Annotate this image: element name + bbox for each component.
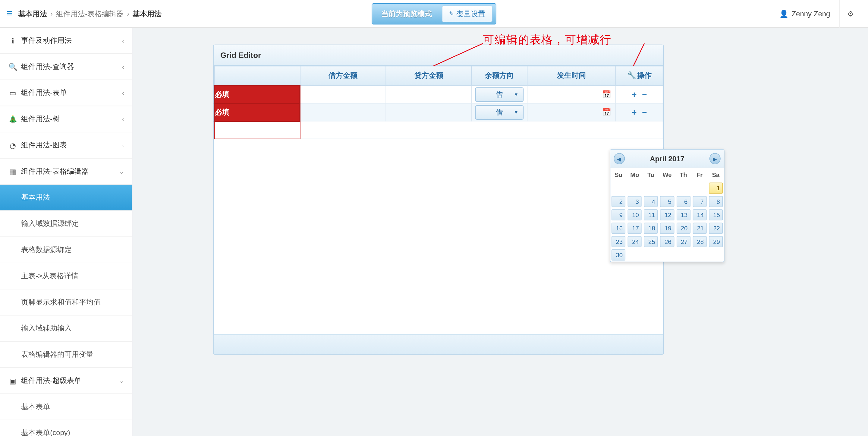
sidebar-item-tree[interactable]: 🎄 组件用法-树 ‹ xyxy=(0,107,132,133)
chevron-left-icon: ‹ xyxy=(122,37,124,44)
grid-icon: ▦ xyxy=(8,167,18,176)
datepicker-prev-button[interactable]: ◀ xyxy=(614,153,625,164)
chevron-left-icon: ‹ xyxy=(122,116,124,122)
datepicker-day[interactable]: 8 xyxy=(709,196,723,207)
sidebar-item-super-form[interactable]: ▣ 组件用法-超级表单 ⌄ xyxy=(0,368,132,394)
preview-mode-bar: 当前为预览模式 ✎ 变量设置 xyxy=(372,3,496,24)
datepicker-day[interactable]: 11 xyxy=(644,209,658,221)
sidebar: ℹ 事件及动作用法 ‹ 🔍 组件用法-查询器 ‹ ▭ 组件用法-表单 ‹ 🎄 组… xyxy=(0,28,132,436)
datepicker-day[interactable]: 16 xyxy=(612,223,625,234)
table-row: 必填 借 ▾ 📅 xyxy=(214,85,663,103)
datepicker-day[interactable]: 20 xyxy=(676,223,690,234)
chevron-left-icon: ‹ xyxy=(122,90,124,96)
sidebar-item-chart[interactable]: ◔ 组件用法-图表 ‹ xyxy=(0,133,132,158)
datepicker-day[interactable]: 27 xyxy=(676,236,690,247)
datepicker-day[interactable]: 12 xyxy=(660,209,674,221)
required-cell[interactable]: 必填 xyxy=(214,85,300,103)
sidebar-sub-input-assist[interactable]: 输入域辅助输入 xyxy=(0,316,132,342)
breadcrumb-title: 基本用法 xyxy=(18,9,47,19)
sidebar-sub-footer-sum[interactable]: 页脚显示求和值和平均值 xyxy=(0,289,132,316)
datepicker-day[interactable]: 22 xyxy=(709,223,723,234)
datepicker-day[interactable]: 21 xyxy=(692,223,707,234)
super-form-icon: ▣ xyxy=(8,377,18,385)
search-icon: 🔍 xyxy=(8,63,18,71)
required-cell-empty[interactable] xyxy=(214,121,300,139)
datepicker-day[interactable]: 1 xyxy=(709,183,723,194)
grid-table: 借方金额 贷方金额 余额方向 发生时间 🔧操作 必填 xyxy=(214,66,663,139)
sidebar-item-query[interactable]: 🔍 组件用法-查询器 ‹ xyxy=(0,54,132,80)
col-header-ops: 🔧操作 xyxy=(616,66,663,86)
datepicker-day[interactable]: 6 xyxy=(676,196,690,207)
sidebar-item-grid-editor[interactable]: ▦ 组件用法-表格编辑器 ⌄ xyxy=(0,158,132,185)
datepicker-next-button[interactable]: ▶ xyxy=(710,153,721,164)
chart-icon: ◔ xyxy=(8,141,18,150)
weekday-header: Sa xyxy=(708,168,724,181)
col-header-time[interactable]: 发生时间 xyxy=(527,66,616,86)
add-row-button[interactable]: + xyxy=(632,107,637,117)
datepicker-day[interactable]: 23 xyxy=(612,236,625,247)
sidebar-sub-basic-form-copy[interactable]: 基本表单(copy) xyxy=(0,420,132,436)
settings-gear-button[interactable]: ⚙ xyxy=(839,0,861,27)
date-picker: ◀ April 2017 ▶ SuMoTuWeThFrSa 1234567891… xyxy=(610,149,724,262)
datepicker-day[interactable]: 13 xyxy=(676,209,690,221)
variable-settings-button[interactable]: ✎ 变量设置 xyxy=(442,5,493,22)
datepicker-day[interactable]: 3 xyxy=(628,196,642,207)
required-cell[interactable]: 必填 xyxy=(214,103,300,121)
datepicker-day[interactable]: 19 xyxy=(660,223,674,234)
remove-row-button[interactable]: − xyxy=(642,107,647,117)
content-area: 可编辑的表格，可增减行 Grid Editor xyxy=(132,28,868,436)
col-header-direction[interactable]: 余额方向 xyxy=(472,66,527,86)
datepicker-day[interactable]: 4 xyxy=(644,196,658,207)
datepicker-title: April 2017 xyxy=(650,154,684,163)
datepicker-day[interactable]: 9 xyxy=(612,209,625,221)
datepicker-day[interactable]: 30 xyxy=(612,249,625,261)
datepicker-day[interactable]: 18 xyxy=(644,223,658,234)
breadcrumb-parent[interactable]: 组件用法-表格编辑器 xyxy=(56,9,124,19)
sidebar-sub-basic-usage[interactable]: 基本用法 xyxy=(0,185,132,211)
direction-dropdown[interactable]: 借 ▾ xyxy=(475,105,524,119)
wrench-icon: 🔧 xyxy=(627,71,636,80)
pencil-icon: ✎ xyxy=(449,10,454,17)
datepicker-day[interactable]: 14 xyxy=(692,209,707,221)
annotation-text: 可编辑的表格，可增减行 xyxy=(483,32,611,47)
sidebar-sub-basic-form[interactable]: 基本表单 xyxy=(0,394,132,420)
datepicker-day[interactable]: 7 xyxy=(692,196,707,207)
datepicker-day[interactable]: 28 xyxy=(692,236,707,247)
datepicker-day[interactable]: 5 xyxy=(660,196,674,207)
datepicker-day[interactable]: 2 xyxy=(612,196,625,207)
datepicker-day[interactable]: 17 xyxy=(628,223,642,234)
remove-row-button[interactable]: − xyxy=(642,90,647,99)
chevron-down-icon: ⌄ xyxy=(119,168,124,175)
datepicker-day[interactable]: 10 xyxy=(628,209,642,221)
datepicker-day[interactable]: 24 xyxy=(628,236,642,247)
direction-dropdown[interactable]: 借 ▾ xyxy=(475,87,524,101)
menu-icon[interactable]: ≡ xyxy=(7,8,11,20)
weekday-header: Tu xyxy=(643,168,659,181)
sidebar-sub-available-vars[interactable]: 表格编辑器的可用变量 xyxy=(0,342,132,368)
form-icon: ▭ xyxy=(8,89,18,97)
debit-cell[interactable] xyxy=(300,103,386,121)
sidebar-item-events[interactable]: ℹ 事件及动作用法 ‹ xyxy=(0,28,132,54)
sidebar-sub-grid-datasource[interactable]: 表格数据源绑定 xyxy=(0,237,132,263)
datepicker-day[interactable]: 15 xyxy=(709,209,723,221)
credit-cell[interactable] xyxy=(386,85,472,103)
credit-cell[interactable] xyxy=(386,103,472,121)
col-header-debit[interactable]: 借方金额 xyxy=(300,66,386,86)
sidebar-sub-master-detail[interactable]: 主表->从表格详情 xyxy=(0,263,132,289)
user-area[interactable]: 👤 Zenny Zeng ⚙ xyxy=(779,0,861,27)
sidebar-sub-input-datasource[interactable]: 输入域数据源绑定 xyxy=(0,211,132,237)
chevron-left-icon: ‹ xyxy=(122,142,124,149)
calendar-icon[interactable]: 📅 xyxy=(602,108,611,116)
col-header-credit[interactable]: 贷方金额 xyxy=(386,66,472,86)
datepicker-day[interactable]: 26 xyxy=(660,236,674,247)
debit-cell[interactable] xyxy=(300,85,386,103)
user-icon: 👤 xyxy=(779,9,788,18)
add-row-button[interactable]: + xyxy=(632,90,637,99)
calendar-icon[interactable]: 📅 xyxy=(602,90,611,98)
top-bar: ≡ 基本用法 › 组件用法-表格编辑器 › 基本用法 当前为预览模式 ✎ 变量设… xyxy=(0,0,868,28)
datepicker-day[interactable]: 29 xyxy=(709,236,723,247)
table-row: 必填 借 ▾ 📅 xyxy=(214,103,663,121)
sidebar-item-form[interactable]: ▭ 组件用法-表单 ‹ xyxy=(0,80,132,107)
caret-down-icon: ▾ xyxy=(515,91,518,97)
datepicker-day[interactable]: 25 xyxy=(644,236,658,247)
